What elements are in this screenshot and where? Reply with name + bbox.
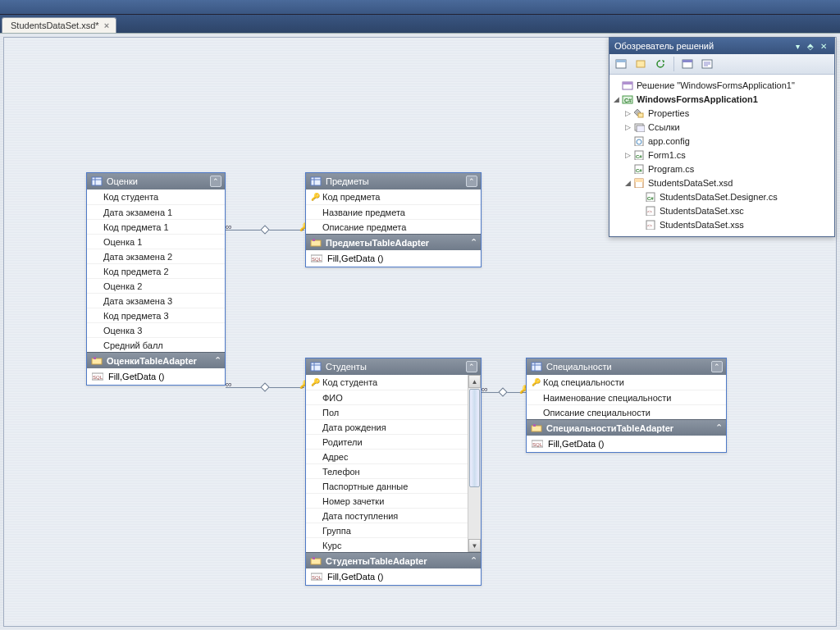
tree-item[interactable]: app.config [611, 134, 833, 148]
field-row[interactable]: Дата экзамена 1 [87, 204, 225, 219]
scroll-down-icon[interactable]: ▼ [468, 539, 481, 552]
field-row[interactable]: Дата поступления [306, 508, 468, 523]
tree-twisty-icon[interactable]: ▷ [623, 123, 632, 131]
field-row[interactable]: Оценка 1 [87, 234, 225, 249]
entity-header[interactable]: Оценки⌃ [87, 173, 225, 189]
adapter-header[interactable]: СпециальностиTableAdapter⌃ [527, 419, 726, 436]
adapter-header[interactable]: СтудентыTableAdapter⌃ [306, 552, 481, 568]
tree-item[interactable]: ▷Properties [611, 106, 833, 120]
field-row[interactable]: Номер зачетки [306, 493, 468, 508]
adapter-method[interactable]: SQLFill,GetData () [306, 568, 481, 585]
field-row[interactable]: Телефон [306, 463, 468, 478]
pin-icon[interactable]: ⬘ [805, 40, 816, 52]
entity-header[interactable]: Предметы⌃ [306, 173, 481, 189]
tree-item[interactable]: ▷Ссылки [611, 120, 833, 134]
field-row[interactable]: Дата рождения [306, 419, 468, 434]
collapse-icon[interactable]: ⌃ [210, 176, 221, 187]
entity-spec[interactable]: Специальности⌃🔑Код специальностиНаименов… [526, 358, 727, 453]
collapse-icon[interactable]: ⌃ [214, 355, 221, 366]
field-row[interactable]: Адрес [306, 449, 468, 463]
tree-label: StudentsDataSet.xsc [660, 206, 744, 216]
panel-title-bar[interactable]: Обозреватель решений ▾ ⬘ ✕ [609, 38, 834, 54]
field-name: Описание предмета [322, 222, 476, 232]
field-row[interactable]: Оценка 2 [87, 278, 225, 293]
tree-item[interactable]: Решение "WindowsFormsApplication1" [611, 78, 833, 92]
scrollbar[interactable]: ▲▼ [468, 375, 481, 552]
field-row[interactable]: Пол [306, 404, 468, 419]
field-row[interactable]: Описание предмета [306, 219, 481, 234]
field-row[interactable]: Описание специальности [527, 404, 726, 419]
adapter-method[interactable]: SQLFill,GetData () [87, 368, 225, 385]
method-label: Fill,GetData () [108, 372, 164, 381]
table-icon [309, 176, 322, 187]
entity-header[interactable]: Студенты⌃ [306, 358, 481, 375]
field-row[interactable]: Курс [306, 537, 468, 552]
adapter-header[interactable]: ОценкиTableAdapter⌃ [87, 352, 225, 368]
collapse-icon[interactable]: ⌃ [466, 361, 477, 372]
close-icon[interactable]: × [104, 21, 109, 30]
scroll-thumb[interactable] [469, 389, 480, 487]
adapter-header[interactable]: ПредметыTableAdapter⌃ [306, 234, 481, 250]
field-row[interactable]: Родители [306, 434, 468, 449]
tree-item[interactable]: ▷C#Form1.cs [611, 148, 833, 162]
tree-item[interactable]: C#StudentsDataSet.Designer.cs [611, 189, 833, 203]
field-row[interactable]: Наименование специальности [527, 390, 726, 404]
field-row[interactable]: 🔑Код студента [306, 375, 468, 390]
adapter-icon [90, 355, 103, 367]
dropdown-icon[interactable]: ▾ [792, 40, 803, 52]
document-tab[interactable]: StudentsDataSet.xsd* × [2, 17, 116, 33]
adapter-title: ОценкиTableAdapter [107, 356, 214, 366]
collapse-icon[interactable]: ⌃ [715, 422, 723, 433]
tree-item[interactable]: ◢C#WindowsFormsApplication1 [611, 92, 833, 106]
collapse-icon[interactable]: ⌃ [711, 361, 723, 372]
toolbar-view-icon[interactable] [679, 57, 696, 71]
field-row[interactable]: Оценка 3 [87, 322, 225, 337]
field-row[interactable]: ФИО [306, 390, 468, 404]
toolbar-refresh-icon[interactable] [652, 57, 669, 71]
toolbar-code-icon[interactable] [699, 57, 715, 71]
tree-twisty-icon[interactable]: ▷ [623, 151, 632, 159]
entity-header[interactable]: Специальности⌃ [527, 358, 726, 375]
collapse-icon[interactable]: ⌃ [470, 555, 477, 566]
close-panel-icon[interactable]: ✕ [818, 40, 829, 52]
tree-twisty-icon[interactable]: ▷ [623, 109, 632, 117]
entity-predmety[interactable]: Предметы⌃🔑Код предметаНазвание предметаО… [305, 172, 482, 267]
entity-studenty[interactable]: Студенты⌃🔑Код студентаФИОПолДата рождени… [305, 358, 482, 586]
field-row[interactable]: Код предмета 2 [87, 263, 225, 278]
toolbar-properties-icon[interactable] [613, 57, 629, 71]
tree-item[interactable]: C#Program.cs [611, 162, 833, 176]
tree-item[interactable]: <>StudentsDataSet.xss [611, 217, 833, 231]
tree-twisty-icon[interactable]: ◢ [623, 179, 632, 187]
toolbar-showall-icon[interactable] [632, 57, 649, 71]
field-row[interactable]: Средний балл [87, 337, 225, 352]
adapter-method[interactable]: SQLFill,GetData () [306, 250, 481, 267]
table-icon [309, 361, 322, 372]
relation-ocenki-predmety: ∞ 🔑 [226, 226, 308, 235]
adapter-method[interactable]: SQLFill,GetData () [527, 436, 726, 452]
collapse-icon[interactable]: ⌃ [466, 176, 477, 187]
field-row[interactable]: Код студента [87, 189, 225, 204]
field-row[interactable]: 🔑Код специальности [527, 375, 726, 390]
field-row[interactable]: Дата экзамена 2 [87, 249, 225, 263]
field-name: Наименование специальности [543, 393, 721, 403]
field-row[interactable]: Группа [306, 523, 468, 537]
collapse-icon[interactable]: ⌃ [470, 237, 477, 248]
field-row[interactable]: Название предмета [306, 204, 481, 219]
field-row[interactable]: Код предмета 3 [87, 308, 225, 322]
field-row[interactable]: Код предмета 1 [87, 219, 225, 234]
field-row[interactable]: Паспортные данные [306, 478, 468, 493]
solution-explorer-panel[interactable]: Обозреватель решений ▾ ⬘ ✕ Решение "Wind… [609, 37, 835, 237]
xml-icon: <> [644, 219, 657, 231]
tree-twisty-icon[interactable]: ◢ [611, 95, 621, 103]
tree-label: StudentsDataSet.Designer.cs [660, 192, 778, 202]
tree-item[interactable]: <>StudentsDataSet.xsc [611, 203, 833, 217]
scroll-up-icon[interactable]: ▲ [468, 375, 481, 388]
xml-icon: <> [644, 205, 657, 217]
cfg-icon [632, 135, 646, 147]
field-row[interactable]: 🔑Код предмета [306, 189, 481, 204]
field-row[interactable]: Дата экзамена 3 [87, 293, 225, 308]
sql-icon: SQL [90, 371, 105, 382]
solution-tree[interactable]: Решение "WindowsFormsApplication1"◢C#Win… [609, 75, 834, 236]
entity-ocenki[interactable]: Оценки⌃Код студентаДата экзамена 1Код пр… [86, 172, 226, 386]
tree-item[interactable]: ◢StudentsDataSet.xsd [611, 176, 833, 189]
